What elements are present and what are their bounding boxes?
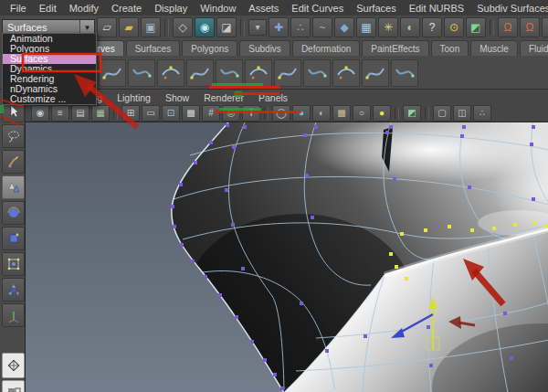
detach-curves-icon[interactable] [245,59,272,87]
all-lights-icon[interactable]: ● [373,105,391,122]
film-gate-icon[interactable]: ▭ [142,105,160,122]
four-view-layout-icon [6,358,21,373]
smooth-shade-icon[interactable]: ● [292,105,311,122]
insert-knot-icon[interactable] [332,59,360,87]
lasso-tool[interactable] [2,124,25,148]
menu-create[interactable]: Create [105,3,148,14]
shelf-tab-deformation[interactable]: Deformation [292,40,360,56]
xray-icon[interactable]: ▢ [433,105,451,122]
menu-display[interactable]: Display [148,3,194,14]
last-tool-used[interactable] [2,303,25,327]
snap-point-icon[interactable]: Ω [542,17,548,37]
menu-subdiv-surfaces[interactable]: Subdiv Surfaces [470,3,548,14]
open-scene-icon[interactable]: ▰ [119,17,139,37]
shelf-tab-surfaces[interactable]: Surfaces [126,40,180,56]
new-scene-icon[interactable]: ▱ [97,17,117,37]
universal-manipulator-tool[interactable] [2,252,25,276]
rotate-tool[interactable] [2,201,25,225]
snap-curve-icon[interactable]: Ω [520,17,540,37]
select-rendering-icon[interactable]: ◐ [400,17,420,37]
panel-menu-show[interactable]: Show [158,92,196,103]
select-hierarchy-icon[interactable]: ◇ [173,17,193,37]
wireframe-icon[interactable]: ◯ [272,105,290,122]
separator [113,107,118,120]
menu-modify[interactable]: Modify [63,3,105,14]
menu-file[interactable]: File [4,3,33,14]
menu-window[interactable]: Window [194,3,242,14]
shelf-tab-subdivs[interactable]: Subdivs [239,40,290,56]
menu-bar: File Edit Modify Create Display Window A… [0,0,548,16]
lock-selection-icon[interactable]: ⊙ [444,17,464,37]
select-component-icon[interactable]: ◪ [216,17,237,37]
persp-outliner-layout-button[interactable] [2,380,25,392]
select-object-icon[interactable]: ◉ [195,17,215,37]
select-points-icon[interactable]: ∴ [290,17,311,37]
separator [490,19,494,36]
grid-icon[interactable]: ⊞ [121,105,140,122]
select-dynamics-icon[interactable]: ✳ [378,17,398,37]
paint-brush-icon [6,154,21,169]
menu-edit-curves[interactable]: Edit Curves [285,3,350,14]
bookmarks-icon[interactable]: ▤ [71,105,90,122]
panel-menu-panels[interactable]: Panels [251,92,295,103]
field-chart-icon[interactable]: # [202,105,220,122]
shelf-tab-polygons[interactable]: Polygons [182,40,237,56]
resolution-gate-icon[interactable]: ⊡ [162,105,180,122]
select-cursor-icon [6,103,21,118]
move-tool[interactable] [2,175,25,199]
mask-expand-icon[interactable]: ▾ [248,19,267,36]
paint-selection-tool[interactable] [2,150,25,174]
ep-curve-tool-icon[interactable] [128,59,155,87]
maya-window: File Edit Modify Create Display Window A… [0,0,548,392]
wireframe-on-shaded-icon[interactable]: ◫ [453,105,471,122]
dropdown-item-customize[interactable]: Customize ... [3,94,96,104]
arc-tool-icon[interactable] [186,59,214,87]
soft-modification-tool[interactable] [2,278,25,302]
plugin-shapes-icon[interactable]: ∴ [473,105,491,122]
save-scene-icon[interactable]: ▣ [141,17,161,37]
image-plane-icon[interactable]: ▦ [91,105,110,122]
open-close-curve-icon[interactable] [303,59,331,87]
panel-menu-lighting[interactable]: Lighting [110,92,158,103]
offset-curve-icon[interactable] [391,59,418,87]
select-deformations-icon[interactable]: ▦ [356,17,376,37]
safe-action-icon[interactable]: ◎ [222,105,240,122]
menu-edit-nurbs[interactable]: Edit NURBS [403,3,471,14]
isolate-select-icon[interactable]: ◩ [403,105,421,122]
select-handles-icon[interactable]: ✚ [269,17,289,37]
scale-tool[interactable] [2,227,25,250]
flat-shade-icon[interactable]: ◐ [312,105,331,122]
move-tool-icon [6,180,21,195]
default-light-icon[interactable]: ○ [353,105,371,122]
shelf-tab-fluids[interactable]: Fluids [520,40,548,56]
highlight-selection-icon[interactable]: ◩ [466,17,486,37]
panel-menu-renderer[interactable]: Renderer [196,92,251,103]
camera-attributes-icon[interactable]: ≡ [51,105,69,122]
shelf-tab-muscle[interactable]: Muscle [470,40,518,56]
viewport-scene [26,122,548,392]
snap-grid-icon[interactable]: Ω [498,17,518,37]
cut-curve-icon[interactable] [274,59,301,87]
menu-set-value: Surfaces [3,22,79,33]
shelf-tab-toon[interactable]: Toon [431,40,469,56]
gate-mask-icon[interactable]: ▩ [182,105,200,122]
menu-assets[interactable]: Assets [242,3,285,14]
separator [425,107,429,120]
pencil-curve-tool-icon[interactable] [157,59,184,87]
select-misc-icon[interactable]: ? [422,17,442,37]
shelf-tab-painteffects[interactable]: PaintEffects [362,40,428,56]
select-camera-icon[interactable]: ◉ [31,105,49,122]
menu-surfaces[interactable]: Surfaces [350,3,402,14]
four-view-layout-button[interactable] [2,353,25,378]
attach-curves-icon[interactable] [216,59,243,87]
soft-modification-icon [6,282,21,297]
perspective-viewport[interactable] [25,122,548,392]
menu-edit[interactable]: Edit [33,3,63,14]
select-curves-icon[interactable]: ~ [312,17,332,37]
cv-curve-tool-icon[interactable] [99,59,126,87]
extend-curve-icon[interactable] [362,59,389,87]
textured-icon[interactable]: ▩ [332,105,351,122]
select-surfaces-icon[interactable]: ◆ [334,17,354,37]
separator [395,107,399,120]
safe-title-icon[interactable]: T [242,105,260,122]
